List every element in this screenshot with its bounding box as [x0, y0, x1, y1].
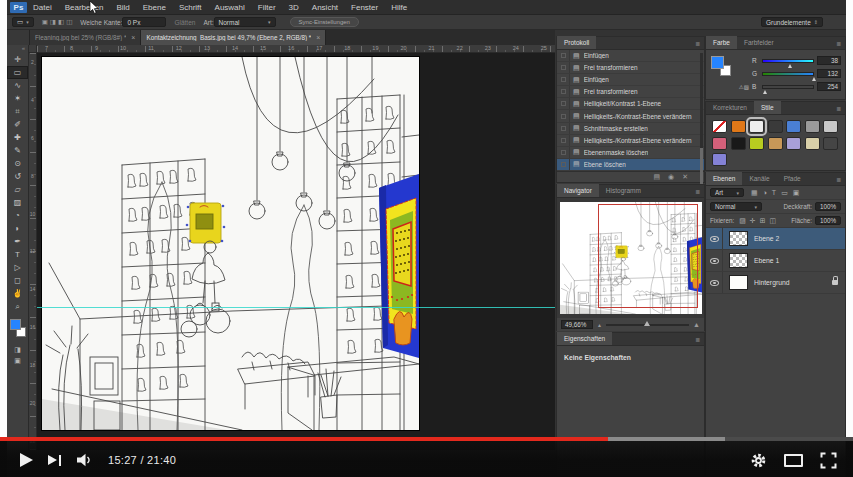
panel-tab[interactable]: Stile	[754, 101, 781, 114]
lock-position-icon[interactable]: ⊞	[760, 217, 766, 225]
slider-thumb[interactable]	[644, 321, 650, 326]
style-swatch[interactable]	[731, 137, 746, 150]
tool-button[interactable]: ✒	[7, 235, 28, 248]
menu-item[interactable]: Datei	[33, 3, 52, 12]
antialias-checkbox-label[interactable]: Glätten	[174, 19, 195, 26]
horizontal-ruler[interactable]: 78910111213141516171819202122232425	[37, 45, 555, 53]
play-button[interactable]	[20, 453, 33, 467]
channel-value-field[interactable]: 254	[817, 82, 841, 91]
lock-pixels-icon[interactable]: ✛	[750, 217, 756, 225]
intersect-selection-icon[interactable]: ◫	[66, 18, 72, 26]
menu-item[interactable]: Auswahl	[215, 3, 245, 12]
add-to-selection-icon[interactable]: ◨	[50, 18, 56, 26]
tool-button[interactable]: T	[7, 248, 28, 261]
channel-slider[interactable]	[762, 85, 814, 89]
panel-tab[interactable]: Navigator	[557, 184, 599, 197]
navigator-zoom-field[interactable]: 49,66%	[561, 320, 593, 329]
tool-button[interactable]: ⊙	[7, 157, 28, 170]
new-selection-icon[interactable]: ▣	[42, 18, 48, 26]
history-brush-source-well[interactable]	[557, 86, 570, 97]
document-tab[interactable]: Fleaning.jpg bei 25% (RGB/8#) * ×	[30, 30, 141, 45]
style-swatch[interactable]	[805, 137, 820, 150]
history-state-row[interactable]: ▤ Ebene löschen	[557, 159, 704, 171]
panel-tab[interactable]: Farbfelder	[737, 36, 781, 49]
tool-button[interactable]: ▨	[7, 196, 28, 209]
tool-preset-dropdown[interactable]: ▭ ▾	[12, 17, 34, 27]
menu-item[interactable]: Ebene	[143, 3, 166, 12]
close-icon[interactable]: ×	[131, 34, 135, 41]
tab-properties[interactable]: Eigenschaften	[557, 332, 612, 345]
panel-menu-icon[interactable]: ≣	[836, 176, 841, 183]
panel-menu-icon[interactable]: ≣	[695, 188, 700, 195]
lock-transparency-icon[interactable]: ▨	[739, 217, 746, 225]
tab-history[interactable]: Protokoll	[557, 36, 596, 49]
history-state-row[interactable]: ▤ Helligkeit/Kontrast 1-Ebene	[557, 98, 704, 110]
menu-item[interactable]: Fenster	[351, 3, 378, 12]
shape-layers-filter-icon[interactable]: ▭	[781, 189, 788, 197]
tool-button[interactable]: ✛	[7, 53, 28, 66]
menu-item[interactable]: Filter	[258, 3, 276, 12]
layer-thumbnail[interactable]	[729, 275, 748, 290]
settings-gear-icon[interactable]	[750, 452, 767, 469]
history-scrollbar[interactable]	[700, 53, 703, 203]
history-brush-source-well[interactable]	[557, 147, 570, 158]
panel-tab[interactable]: Korrekturen	[706, 101, 754, 114]
layer-thumbnail[interactable]	[729, 253, 748, 268]
channel-value-field[interactable]: 132	[817, 69, 841, 78]
adjustment-layers-filter-icon[interactable]: ◑	[763, 189, 767, 197]
tool-button[interactable]: ▷	[7, 261, 28, 274]
panel-tab[interactable]: Kanäle	[742, 172, 776, 185]
panel-menu-icon[interactable]: ≣	[695, 336, 700, 343]
style-swatch[interactable]	[749, 120, 764, 133]
history-state-row[interactable]: ▤ Helligkeits-/Kontrast-Ebene verändern	[557, 110, 704, 122]
style-swatch[interactable]	[712, 137, 727, 150]
navigator-zoom-slider[interactable]	[606, 324, 689, 326]
tool-button[interactable]: ▱	[7, 183, 28, 196]
channel-slider[interactable]	[762, 59, 814, 63]
style-swatch[interactable]	[805, 120, 820, 133]
visibility-toggle[interactable]	[706, 272, 723, 293]
tool-button[interactable]: ⌗	[7, 105, 28, 118]
volume-button[interactable]	[76, 453, 93, 467]
sync-settings-button[interactable]: Sync-Einstellungen	[290, 17, 359, 27]
navigator-view-rectangle[interactable]	[598, 204, 697, 308]
style-dropdown[interactable]: Normal▾	[214, 17, 276, 27]
menu-item[interactable]: Bild	[116, 3, 129, 12]
tool-button[interactable]: ∿	[7, 79, 28, 92]
delete-state-icon[interactable]: ✕	[682, 173, 688, 181]
fullscreen-button[interactable]	[820, 452, 837, 469]
lock-all-icon[interactable]: ◫	[770, 217, 777, 225]
menu-item[interactable]: Hilfe	[391, 3, 407, 12]
tool-button[interactable]: ◗	[7, 222, 28, 235]
no-style-swatch[interactable]	[712, 120, 727, 133]
panel-menu-icon[interactable]: ≣	[836, 105, 841, 112]
smart-object-filter-icon[interactable]: ▣	[793, 189, 800, 197]
workspace-switcher[interactable]: Grundelemente ⇕	[761, 17, 823, 27]
panel-menu-icon[interactable]: ≣	[836, 40, 841, 47]
history-state-row[interactable]: ▤ Ebenenmaske löschen	[557, 147, 704, 159]
tool-button[interactable]: ▭	[7, 66, 28, 79]
history-brush-source-well[interactable]	[557, 159, 570, 170]
tool-button[interactable]: ✌	[7, 287, 28, 300]
history-state-row[interactable]: ▤ Frei transformieren	[557, 86, 704, 98]
panel-tab[interactable]: Histogramm	[599, 184, 648, 197]
layer-kind-filter-dropdown[interactable]: Art ▾	[710, 188, 744, 197]
style-swatch[interactable]	[749, 137, 764, 150]
history-brush-source-well[interactable]	[557, 74, 570, 85]
new-document-from-state-icon[interactable]: ▤	[653, 173, 660, 181]
gamut-warning-icon[interactable]: ⚠▧	[736, 84, 749, 90]
visibility-toggle[interactable]	[706, 250, 723, 271]
canvas[interactable]	[42, 57, 419, 430]
tool-button[interactable]: ✐	[7, 118, 28, 131]
tool-button[interactable]: ↺	[7, 170, 28, 183]
style-swatch[interactable]	[768, 120, 783, 133]
tool-button[interactable]: ✶	[7, 92, 28, 105]
history-state-row[interactable]: ▤ Einfügen	[557, 50, 704, 62]
history-brush-source-well[interactable]	[557, 98, 570, 109]
opacity-field[interactable]: 100%	[815, 202, 841, 211]
tool-button[interactable]: ✎	[7, 144, 28, 157]
theater-mode-button[interactable]	[784, 454, 803, 467]
history-brush-source-well[interactable]	[557, 110, 570, 121]
slider-thumb[interactable]	[812, 77, 816, 81]
slider-thumb[interactable]	[763, 90, 767, 94]
